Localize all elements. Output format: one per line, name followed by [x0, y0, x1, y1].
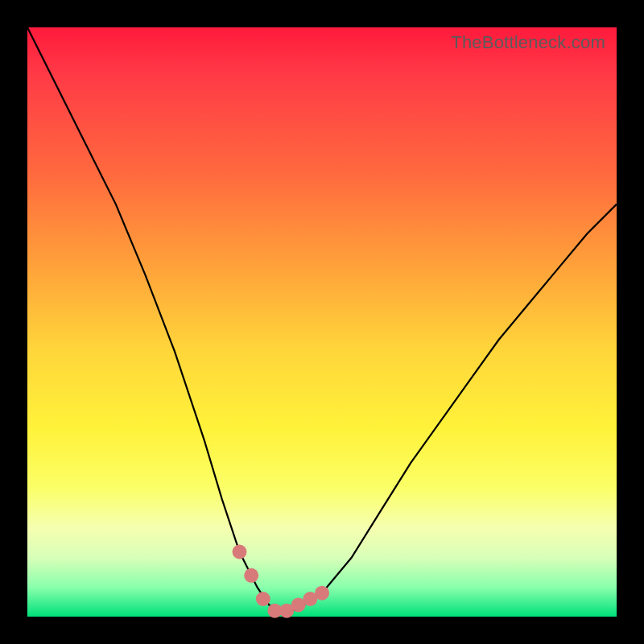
chart-frame: TheBottleneck.com — [0, 0, 644, 644]
curve-marker — [244, 568, 258, 583]
curve-marker — [233, 545, 247, 559]
curve-path — [27, 27, 617, 611]
marker-group — [233, 545, 330, 618]
bottleneck-curve — [27, 27, 617, 617]
curve-marker — [256, 592, 270, 606]
plot-area: TheBottleneck.com — [27, 27, 617, 617]
curve-marker — [315, 586, 329, 601]
